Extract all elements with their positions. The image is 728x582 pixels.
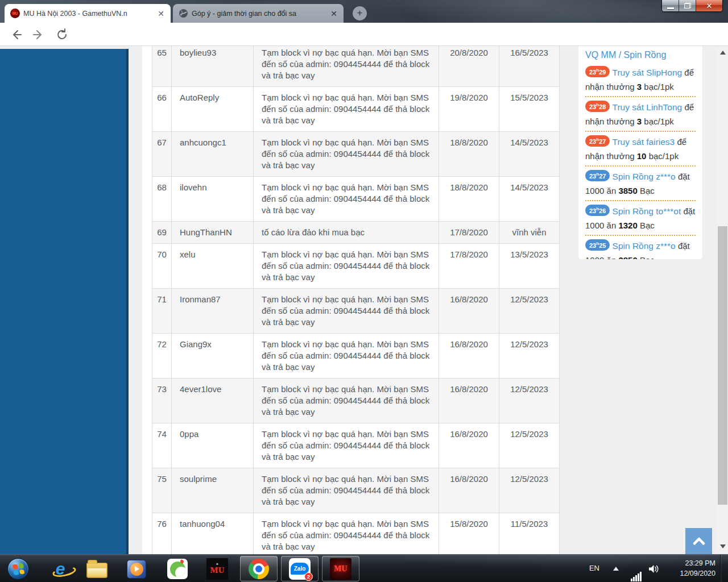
blocked-users-table: 65 boylieu93 Tạm block vì nợ bạc quá hạn…	[152, 46, 560, 554]
feed-item: 23h29 Truy sát SlipHong để nhận thưởng 3…	[585, 65, 696, 94]
cell-number: 71	[152, 289, 172, 334]
feed-unit-text: Bạc	[640, 255, 655, 259]
tab-close-icon[interactable]: ✕	[329, 9, 339, 19]
scrollbar-thumb[interactable]	[718, 226, 727, 505]
bar	[635, 575, 637, 581]
cell-date-blocked: 16/8/2020	[439, 334, 499, 379]
time-badge: 23h28	[585, 101, 610, 112]
window-controls: ✕	[661, 0, 723, 12]
table-row: 65 boylieu93 Tạm block vì nợ bạc quá hạn…	[152, 46, 560, 87]
feed-amount: 3	[637, 117, 642, 126]
cell-username: xelu	[172, 244, 254, 289]
chrome-taskbar-button[interactable]	[240, 556, 278, 581]
cell-date-blocked: 16/8/2020	[439, 468, 499, 513]
language-indicator[interactable]: EN	[589, 564, 599, 572]
forward-icon[interactable]	[32, 28, 46, 41]
mu-launcher-icon: ✦MU	[206, 558, 228, 580]
zalo-taskbar-button[interactable]: Zalo 2	[281, 556, 318, 581]
restore-button[interactable]	[679, 0, 696, 11]
media-player-button[interactable]	[125, 558, 148, 580]
time-badge: 23h25	[585, 239, 610, 251]
restore-icon	[684, 3, 691, 9]
cell-username: tanhuong04	[172, 513, 254, 555]
minimize-icon	[667, 7, 674, 9]
back-to-top-button[interactable]	[685, 528, 712, 554]
feed-player-link[interactable]: Truy sát fairies3	[613, 137, 675, 147]
cell-date-blocked: 16/8/2020	[439, 289, 499, 334]
network-signal-icon[interactable]	[631, 572, 642, 581]
table-row: 69 HungThanHN tố cáo lừa đảo khi mua bạc…	[152, 222, 560, 244]
cell-username: HungThanHN	[172, 222, 254, 244]
play-icon	[135, 566, 139, 572]
activity-feed-panel: VQ MM / Spin Rồng 23h29 Truy sát SlipHon…	[578, 46, 702, 259]
zalo-icon: Zalo 2	[289, 558, 311, 580]
mu-launcher-button[interactable]: ✦MU	[206, 558, 229, 580]
tray-date: 12/09/2020	[663, 568, 715, 579]
scroll-down-icon[interactable]	[720, 544, 726, 548]
table-row: 72 Giang9x Tạm block vì nợ bạc quá hạn. …	[152, 334, 560, 379]
cell-date-until: 14/5/2023	[499, 177, 560, 222]
bar	[631, 579, 632, 581]
cell-reason: Tạm block vì nợ bạc quá hạn. Mời bạn SMS…	[254, 513, 439, 555]
browser-titlebar: MU MU Hà Nội 2003 - GamethuVN.n ✕ Góp ý …	[0, 0, 728, 23]
new-tab-button[interactable]: +	[353, 6, 367, 20]
cell-date-until: 12/5/2023	[499, 334, 560, 379]
cell-reason: Tạm block vì nợ bạc quá hạn. Mời bạn SMS…	[254, 244, 439, 289]
tab-mu-hanoi[interactable]: MU MU Hà Nội 2003 - GamethuVN.n ✕	[5, 4, 171, 23]
feed-inline-text: để	[677, 137, 686, 147]
flag-yellow	[19, 569, 24, 575]
mu-favicon-text: MU	[12, 11, 18, 15]
feed-player-link[interactable]: Spin Rồng z***o	[613, 172, 676, 181]
cell-username: 4ever1love	[172, 379, 254, 423]
show-desktop-button[interactable]	[720, 555, 728, 582]
feed-player-link[interactable]: Truy sát SlipHong	[613, 68, 682, 77]
tab-title: Góp ý - giảm thời gian cho đổi sa	[192, 10, 325, 18]
tab-gop-y[interactable]: Góp ý - giảm thời gian cho đổi sa ✕	[173, 4, 344, 23]
feed-player-link[interactable]: Spin Rồng z***o	[613, 241, 676, 251]
coccoc-browser-button[interactable]	[166, 558, 189, 580]
table-row: 73 4ever1love Tạm block vì nợ bạc quá hạ…	[152, 379, 560, 423]
table-row: 68 ilovehn Tạm block vì nợ bạc quá hạn. …	[152, 177, 560, 222]
feed-separator	[585, 96, 696, 97]
media-player-icon	[127, 560, 146, 579]
flag-red	[12, 564, 18, 569]
feed-player-link[interactable]: Spin Rồng to***ot	[613, 206, 681, 216]
cell-reason: tố cáo lừa đảo khi mua bạc	[254, 222, 439, 244]
close-button[interactable]: ✕	[696, 0, 722, 11]
internet-explorer-button[interactable]: e	[49, 558, 72, 580]
cell-reason: Tạm block vì nợ bạc quá hạn. Mời bạn SMS…	[254, 132, 439, 177]
cell-username: soulprime	[172, 468, 254, 513]
minimize-button[interactable]	[662, 0, 679, 11]
back-icon[interactable]	[9, 28, 23, 41]
volume-icon[interactable]	[648, 564, 660, 573]
reload-icon[interactable]	[55, 28, 69, 41]
page-scrollbar[interactable]	[717, 46, 728, 554]
clock[interactable]: 23:29 PM 12/09/2020	[663, 558, 715, 579]
mu-game-taskbar-button[interactable]: MU	[322, 556, 359, 581]
cell-date-until: 14/5/2023	[499, 132, 560, 177]
cell-number: 73	[152, 379, 172, 423]
cell-username: boylieu93	[172, 46, 254, 87]
cell-username: anhcuongc1	[172, 132, 254, 177]
feed-header-link[interactable]: VQ MM / Spin Rồng	[585, 48, 696, 62]
cell-reason: Tạm block vì nợ bạc quá hạn. Mời bạn SMS…	[254, 46, 439, 87]
feed-player-link[interactable]: Truy sát LinhTong	[613, 102, 682, 112]
table-row: 71 Ironman87 Tạm block vì nợ bạc quá hạn…	[152, 289, 560, 334]
play-circle	[130, 563, 143, 576]
file-explorer-button[interactable]	[85, 558, 108, 580]
feed-item: 23h26 Spin Rồng to***ot đặt 1000 ăn 1320…	[585, 204, 696, 232]
feed-unit-text: bạc/1pk	[644, 82, 674, 92]
show-hidden-icons-icon[interactable]	[613, 567, 619, 571]
table-row: 75 soulprime Tạm block vì nợ bạc quá hạn…	[152, 468, 560, 513]
browser-toolbar: Không bảo mật hn.gamethuvn.net/#auth/top…	[0, 23, 728, 46]
tab-close-icon[interactable]: ✕	[156, 9, 166, 19]
cell-reason: Tạm block vì nợ bạc quá hạn. Mời bạn SMS…	[254, 87, 439, 132]
cell-username: Giang9x	[172, 334, 254, 379]
start-button[interactable]	[7, 558, 30, 580]
cell-number: 74	[152, 423, 172, 468]
scroll-up-icon[interactable]	[720, 51, 726, 55]
bar	[640, 572, 642, 581]
table-row: 70 xelu Tạm block vì nợ bạc quá hạn. Mời…	[152, 244, 560, 289]
coccoc-icon	[167, 559, 188, 579]
mu-text: MU	[210, 566, 225, 575]
